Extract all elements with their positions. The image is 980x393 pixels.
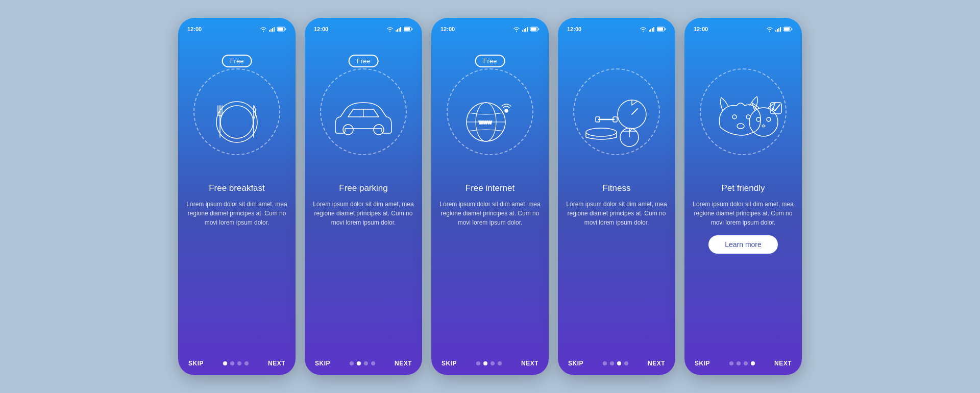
svg-rect-1 [271,29,272,32]
svg-rect-38 [652,28,653,32]
next-button-5[interactable]: NEXT [774,360,792,367]
phone-title-2: Free parking [339,183,387,193]
icon-area-pets [697,40,789,183]
free-badge-3: Free [475,55,505,67]
dashed-circle-2 [320,68,407,155]
status-time-4: 12:00 [567,26,581,32]
status-icons-1 [260,27,286,32]
svg-rect-19 [404,28,410,31]
svg-rect-41 [657,28,663,31]
skip-button-3[interactable]: SKIP [442,360,457,367]
skip-button-2[interactable]: SKIP [315,360,330,367]
svg-rect-37 [650,29,651,32]
dashed-circle-3 [447,68,533,155]
dot-5-3 [751,361,755,365]
next-button-2[interactable]: NEXT [395,360,412,367]
dot-3-3[interactable] [498,361,502,365]
bottom-nav-2: SKIP NEXT [305,354,422,369]
wifi-icon [260,27,267,32]
dot-1-1[interactable] [230,361,234,365]
phone-desc-5: Lorem ipsum dolor sit dim amet, mea regi… [693,200,794,227]
dot-2-3[interactable] [371,361,375,365]
bottom-nav-3: SKIP NEXT [431,354,549,369]
phone-pet-friendly: 12:00 [684,18,802,375]
phone-title-4: Fitness [603,183,631,193]
svg-rect-58 [777,29,778,32]
wifi-icon-3 [513,27,520,32]
svg-rect-2 [272,28,273,32]
dots-3 [476,361,502,365]
dot-4-1[interactable] [610,361,614,365]
dots-1 [223,361,249,365]
bottom-nav-4: SKIP NEXT [558,354,675,369]
signal-icon-3 [522,27,528,32]
status-icons-3 [513,27,540,32]
svg-rect-59 [778,28,779,32]
skip-button-1[interactable]: SKIP [188,360,204,367]
svg-rect-27 [527,27,528,32]
phone-free-parking: 12:00 Free Free parking Lo [305,18,422,375]
dot-4-2 [617,361,621,365]
status-bar-2: 12:00 [305,26,422,32]
dot-1-3[interactable] [244,361,249,365]
icon-area-breakfast: Free [191,40,283,183]
status-time-1: 12:00 [187,26,202,32]
dot-2-2[interactable] [364,361,368,365]
svg-rect-16 [399,28,400,32]
status-bar-1: 12:00 [178,26,296,32]
dot-3-2[interactable] [491,361,495,365]
phone-content-parking: Free parking Lorem ipsum dolor sit dim a… [305,183,422,354]
svg-rect-0 [269,30,270,32]
free-badge-2: Free [349,55,379,67]
phone-content-breakfast: Free breakfast Lorem ipsum dolor sit dim… [178,183,296,354]
skip-button-4[interactable]: SKIP [568,360,583,367]
icon-area-fitness [571,40,663,183]
phones-container: 12:00 Free [178,18,802,375]
svg-rect-6 [285,29,286,30]
signal-icon-4 [649,27,655,32]
dashed-circle-4 [573,68,660,155]
dot-4-3[interactable] [624,361,628,365]
svg-rect-26 [525,28,526,32]
wifi-icon-4 [640,27,647,32]
phone-desc-4: Lorem ipsum dolor sit dim amet, mea regi… [566,200,667,227]
battery-icon-5 [783,27,793,32]
battery-icon [277,27,286,32]
status-bar-5: 12:00 [684,26,802,32]
learn-more-button[interactable]: Learn more [708,235,778,254]
phone-desc-2: Lorem ipsum dolor sit dim amet, mea regi… [313,200,414,227]
dot-5-2[interactable] [744,361,748,365]
svg-rect-25 [524,29,525,32]
dot-1-2[interactable] [237,361,241,365]
dot-1-0 [223,361,227,365]
svg-rect-39 [653,27,654,32]
next-button-1[interactable]: NEXT [268,360,285,367]
status-time-3: 12:00 [440,26,455,32]
icon-area-parking: Free [317,40,409,183]
dot-4-0[interactable] [603,361,607,365]
status-bar-4: 12:00 [558,26,675,32]
phone-title-1: Free breakfast [209,183,265,193]
next-button-4[interactable]: NEXT [648,360,665,367]
dots-2 [350,361,375,365]
dots-5 [729,361,755,365]
svg-rect-42 [665,29,666,30]
dot-3-1 [483,361,487,365]
wifi-icon-2 [386,27,394,32]
phone-fitness: 12:00 [558,18,675,375]
status-bar-3: 12:00 [431,26,549,32]
phone-content-fitness: Fitness Lorem ipsum dolor sit dim amet, … [558,183,675,354]
svg-rect-20 [412,29,413,30]
skip-button-5[interactable]: SKIP [695,360,710,367]
next-button-3[interactable]: NEXT [521,360,538,367]
status-time-2: 12:00 [314,26,328,32]
dot-2-0[interactable] [350,361,354,365]
bottom-nav-5: SKIP NEXT [684,354,802,369]
svg-rect-15 [397,29,398,32]
svg-rect-5 [278,28,283,31]
status-time-5: 12:00 [694,26,708,32]
dot-5-0[interactable] [729,361,733,365]
free-badge-1: Free [222,55,252,67]
dot-3-0[interactable] [476,361,480,365]
dot-5-1[interactable] [737,361,741,365]
